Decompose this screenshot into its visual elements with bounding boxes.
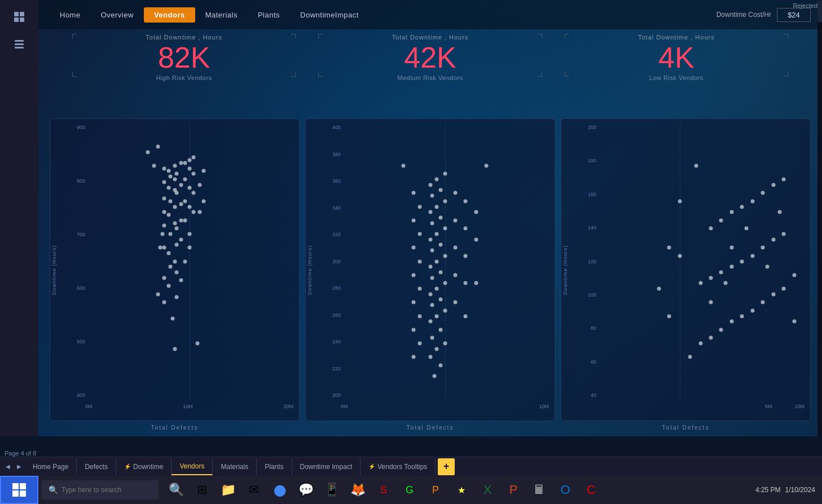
nav-overview[interactable]: Overview: [91, 7, 144, 23]
scatter-point: [166, 169, 170, 173]
scatter-point: [434, 347, 438, 351]
taskbar-search-icon[interactable]: 🔍: [164, 478, 188, 502]
taskbar-powerpoint-icon[interactable]: P: [502, 478, 525, 502]
tab-materials[interactable]: Materials: [213, 458, 257, 475]
scatter-point: [729, 320, 733, 324]
scatter-box-2: Downtime (Hours) 400 380 360 340 320 300…: [305, 118, 555, 421]
nav-downtime-impact[interactable]: DowntimeImpact: [290, 7, 369, 23]
windows-button[interactable]: [0, 476, 38, 504]
scatter-point: [667, 246, 671, 250]
scatter-point: [434, 205, 438, 209]
scatter-point: [443, 342, 447, 346]
scatter-point: [771, 292, 775, 296]
taskbar-excel-icon[interactable]: X: [476, 478, 499, 502]
scatter-point: [196, 342, 200, 346]
scatter-point: [439, 215, 443, 219]
tab-nav-right[interactable]: ▶: [14, 460, 25, 474]
scatter-point: [202, 199, 206, 203]
scatter-point: [729, 246, 733, 250]
scatter-point: [453, 300, 457, 304]
scatter-point: [698, 281, 702, 285]
scatter-point: [191, 172, 195, 176]
taskbar-firefox-icon[interactable]: 🦊: [346, 478, 370, 502]
metric-high-risk-value: 82K: [61, 43, 307, 72]
taskbar-mail-icon[interactable]: ✉: [242, 478, 266, 502]
search-bar[interactable]: 🔍: [42, 480, 159, 499]
tab-vendors-tooltips[interactable]: ⚡ Vendors Tooltips: [361, 458, 436, 475]
taskbar-chrome-icon[interactable]: ⬤: [268, 478, 292, 502]
taskbar-app1-icon[interactable]: S: [372, 478, 395, 502]
tab-defects[interactable]: Defects: [77, 458, 116, 475]
taskbar-skype-icon[interactable]: 💬: [294, 478, 318, 502]
scatter-point: [162, 224, 166, 228]
nav-plants[interactable]: Plants: [248, 7, 290, 23]
nav-vendors[interactable]: Vendors: [144, 7, 195, 23]
scatter-point: [474, 281, 478, 285]
taskbar-time: 4:25 PM: [755, 486, 781, 494]
scatter-box-3: Downtime (Hours) 200 180 160 140 120 100…: [561, 118, 811, 421]
taskbar-whatsapp-icon[interactable]: 📱: [320, 478, 344, 502]
scrollbar[interactable]: [817, 0, 822, 436]
scatter-point: [443, 199, 447, 203]
scatter-point: [162, 210, 166, 214]
scatter-point: [434, 178, 438, 182]
taskbar-folder-icon[interactable]: 📁: [216, 478, 240, 502]
tab-home-page[interactable]: Home Page: [25, 458, 77, 475]
taskbar-app2-icon[interactable]: G: [398, 478, 421, 502]
y-tick-2-10: 200: [332, 392, 341, 398]
sidebar-icon-grid[interactable]: [8, 6, 30, 28]
scatter-point: [428, 265, 432, 269]
scatter-point: [750, 308, 754, 312]
scatter-point: [412, 328, 416, 331]
search-input[interactable]: [61, 486, 152, 494]
scatter-point: [761, 300, 765, 304]
taskbar-task-view-icon[interactable]: ⊞: [190, 478, 214, 502]
nav-materials[interactable]: Materials: [195, 7, 248, 23]
taskbar-app4-icon[interactable]: ★: [450, 478, 473, 502]
add-tab-button[interactable]: +: [438, 458, 455, 475]
scatter-point: [434, 314, 438, 318]
scatter-point: [792, 273, 796, 277]
scatter-point: [175, 243, 179, 247]
metric-low-risk: Total Downtime , Hours 4K Low Risk Vendo…: [553, 34, 799, 81]
taskbar-app3-icon[interactable]: P: [424, 478, 447, 502]
tab-plants[interactable]: Plants: [257, 458, 292, 475]
x-axis-1: 0M 10M 20M: [85, 404, 293, 409]
dashed-line-2: [445, 125, 446, 398]
scatter-point: [156, 292, 160, 296]
scatter-point: [428, 292, 432, 296]
scatter-point: [418, 259, 422, 263]
tab-materials-label: Materials: [221, 463, 248, 471]
y-tick-3-0: 200: [588, 125, 596, 130]
scatter-point: [744, 227, 748, 231]
scatter-point: [160, 232, 164, 236]
tab-downtime[interactable]: ⚡ Downtime: [116, 458, 172, 475]
y-tick-3-6: 80: [591, 325, 596, 331]
y-tick-2-5: 300: [332, 259, 341, 264]
scatter-point: [430, 336, 434, 340]
scatter-point: [173, 259, 177, 263]
scatter-point: [430, 221, 434, 225]
win-quad-1: [12, 483, 19, 489]
scatter-point: [443, 172, 447, 176]
y-tick-1-4: 500: [77, 339, 85, 344]
taskbar-calc-icon[interactable]: 🖩: [528, 478, 551, 502]
scatter-point: [474, 237, 478, 241]
x-label-text-1: Total Defects: [151, 425, 199, 431]
x-label-text-3: Total Defects: [662, 425, 710, 431]
y-axis-label-2: Downtime (Hours): [307, 245, 313, 295]
metric-low-risk-value: 4K: [553, 43, 799, 72]
tab-nav-left[interactable]: ◀: [2, 460, 14, 474]
nav-home[interactable]: Home: [50, 7, 91, 23]
scatter-point: [464, 281, 468, 285]
tab-vendors[interactable]: Vendors: [172, 458, 213, 475]
svg-rect-3: [20, 17, 24, 22]
scatter-point: [443, 281, 447, 285]
scatter-point: [434, 287, 438, 291]
taskbar-outlook-icon[interactable]: O: [553, 478, 577, 502]
sidebar-icon-layers[interactable]: [8, 33, 30, 55]
tab-plants-label: Plants: [265, 463, 283, 471]
taskbar-app5-icon[interactable]: C: [579, 478, 603, 502]
scatter-point: [750, 254, 754, 258]
tab-downtime-impact[interactable]: Downtime Impact: [292, 458, 361, 475]
